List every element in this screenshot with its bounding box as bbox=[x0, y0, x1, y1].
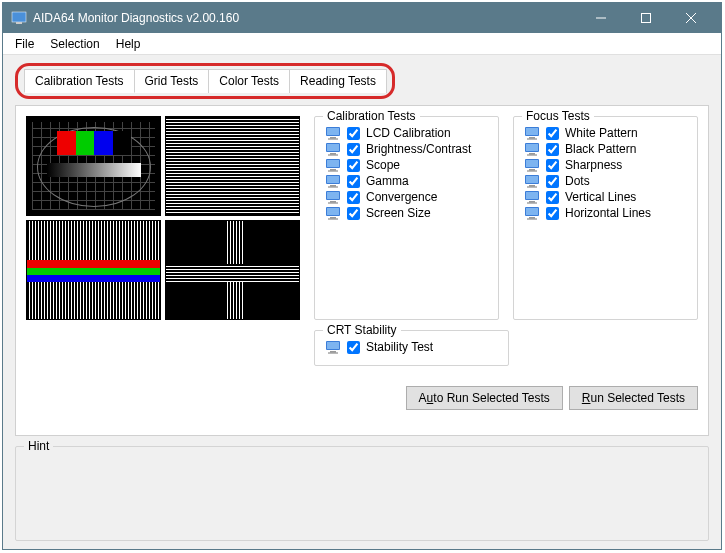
group-crt-legend: CRT Stability bbox=[323, 323, 401, 337]
calibration-checkbox[interactable] bbox=[347, 175, 360, 188]
focus-item: Black Pattern bbox=[524, 141, 687, 157]
monitor-icon bbox=[325, 339, 341, 355]
svg-rect-44 bbox=[529, 185, 535, 187]
calibration-item: Gamma bbox=[325, 173, 488, 189]
window-title: AIDA64 Monitor Diagnostics v2.00.160 bbox=[33, 11, 578, 25]
svg-rect-20 bbox=[330, 185, 336, 187]
svg-rect-8 bbox=[330, 137, 336, 139]
svg-rect-43 bbox=[526, 176, 538, 183]
focus-item: Dots bbox=[524, 173, 687, 189]
tab-color[interactable]: Color Tests bbox=[208, 69, 290, 93]
svg-rect-56 bbox=[330, 351, 336, 353]
app-window: AIDA64 Monitor Diagnostics v2.00.160 Fil… bbox=[2, 2, 722, 550]
content-area: Calibration Tests Grid Tests Color Tests… bbox=[3, 55, 721, 549]
focus-checkbox[interactable] bbox=[546, 143, 559, 156]
svg-rect-31 bbox=[526, 128, 538, 135]
monitor-icon bbox=[524, 173, 540, 189]
monitor-icon bbox=[325, 189, 341, 205]
focus-checkbox[interactable] bbox=[546, 207, 559, 220]
svg-rect-24 bbox=[330, 201, 336, 203]
maximize-button[interactable] bbox=[623, 3, 668, 33]
monitor-icon bbox=[524, 189, 540, 205]
svg-rect-12 bbox=[330, 153, 336, 155]
focus-label: Dots bbox=[565, 174, 590, 188]
group-calibration-legend: Calibration Tests bbox=[323, 109, 420, 123]
svg-rect-11 bbox=[327, 144, 339, 151]
calibration-checkbox[interactable] bbox=[347, 127, 360, 140]
thumbnail-grid bbox=[26, 116, 300, 320]
svg-rect-21 bbox=[328, 187, 338, 188]
calibration-item: Brightness/Contrast bbox=[325, 141, 488, 157]
svg-rect-48 bbox=[529, 201, 535, 203]
monitor-icon bbox=[325, 125, 341, 141]
focus-checkbox[interactable] bbox=[546, 175, 559, 188]
calibration-label: Brightness/Contrast bbox=[366, 142, 471, 156]
menu-file[interactable]: File bbox=[7, 35, 42, 53]
crt-checkbox[interactable] bbox=[347, 341, 360, 354]
svg-rect-35 bbox=[526, 144, 538, 151]
svg-rect-55 bbox=[327, 342, 339, 349]
auto-run-button[interactable]: Auto Run Selected Tests bbox=[406, 386, 563, 410]
svg-rect-52 bbox=[529, 217, 535, 219]
menubar: File Selection Help bbox=[3, 33, 721, 55]
crt-item: Stability Test bbox=[325, 339, 498, 355]
focus-label: Black Pattern bbox=[565, 142, 636, 156]
svg-rect-28 bbox=[330, 217, 336, 219]
preview-testcard[interactable] bbox=[26, 116, 161, 216]
tab-grid[interactable]: Grid Tests bbox=[134, 69, 210, 93]
svg-rect-23 bbox=[327, 192, 339, 199]
hint-legend: Hint bbox=[24, 439, 53, 453]
calibration-checkbox[interactable] bbox=[347, 191, 360, 204]
monitor-icon bbox=[325, 157, 341, 173]
focus-checkbox[interactable] bbox=[546, 159, 559, 172]
minimize-button[interactable] bbox=[578, 3, 623, 33]
monitor-icon bbox=[524, 205, 540, 221]
focus-label: Horizontal Lines bbox=[565, 206, 651, 220]
focus-item: White Pattern bbox=[524, 125, 687, 141]
calibration-checkbox[interactable] bbox=[347, 207, 360, 220]
svg-rect-25 bbox=[328, 203, 338, 204]
menu-selection[interactable]: Selection bbox=[42, 35, 107, 53]
titlebar: AIDA64 Monitor Diagnostics v2.00.160 bbox=[3, 3, 721, 33]
focus-checkbox[interactable] bbox=[546, 127, 559, 140]
svg-rect-41 bbox=[527, 171, 537, 172]
preview-cross-pattern[interactable] bbox=[165, 220, 300, 320]
svg-rect-53 bbox=[527, 219, 537, 220]
svg-rect-39 bbox=[526, 160, 538, 167]
calibration-item: LCD Calibration bbox=[325, 125, 488, 141]
monitor-icon bbox=[325, 173, 341, 189]
tab-calibration[interactable]: Calibration Tests bbox=[24, 69, 135, 93]
crt-label: Stability Test bbox=[366, 340, 433, 354]
focus-label: Vertical Lines bbox=[565, 190, 636, 204]
svg-rect-32 bbox=[529, 137, 535, 139]
calibration-checkbox[interactable] bbox=[347, 143, 360, 156]
svg-rect-57 bbox=[328, 353, 338, 354]
calibration-checkbox[interactable] bbox=[347, 159, 360, 172]
monitor-icon bbox=[524, 141, 540, 157]
focus-label: White Pattern bbox=[565, 126, 638, 140]
svg-rect-9 bbox=[328, 139, 338, 140]
group-hint: Hint bbox=[15, 446, 709, 541]
svg-rect-47 bbox=[526, 192, 538, 199]
calibration-label: Scope bbox=[366, 158, 400, 172]
svg-rect-15 bbox=[327, 160, 339, 167]
svg-rect-27 bbox=[327, 208, 339, 215]
menu-help[interactable]: Help bbox=[108, 35, 149, 53]
group-crt-stability: CRT Stability Stability Test bbox=[314, 330, 509, 366]
calibration-label: Screen Size bbox=[366, 206, 431, 220]
svg-rect-49 bbox=[527, 203, 537, 204]
tab-reading[interactable]: Reading Tests bbox=[289, 69, 387, 93]
svg-rect-17 bbox=[328, 171, 338, 172]
tab-highlight: Calibration Tests Grid Tests Color Tests… bbox=[15, 63, 395, 99]
focus-checkbox[interactable] bbox=[546, 191, 559, 204]
preview-horizontal-stripes[interactable] bbox=[165, 116, 300, 216]
svg-rect-0 bbox=[12, 12, 26, 22]
preview-vertical-stripes[interactable] bbox=[26, 220, 161, 320]
close-button[interactable] bbox=[668, 3, 713, 33]
svg-rect-16 bbox=[330, 169, 336, 171]
svg-rect-36 bbox=[529, 153, 535, 155]
svg-rect-13 bbox=[328, 155, 338, 156]
svg-rect-40 bbox=[529, 169, 535, 171]
group-focus-legend: Focus Tests bbox=[522, 109, 594, 123]
run-button[interactable]: Run Selected Tests bbox=[569, 386, 698, 410]
